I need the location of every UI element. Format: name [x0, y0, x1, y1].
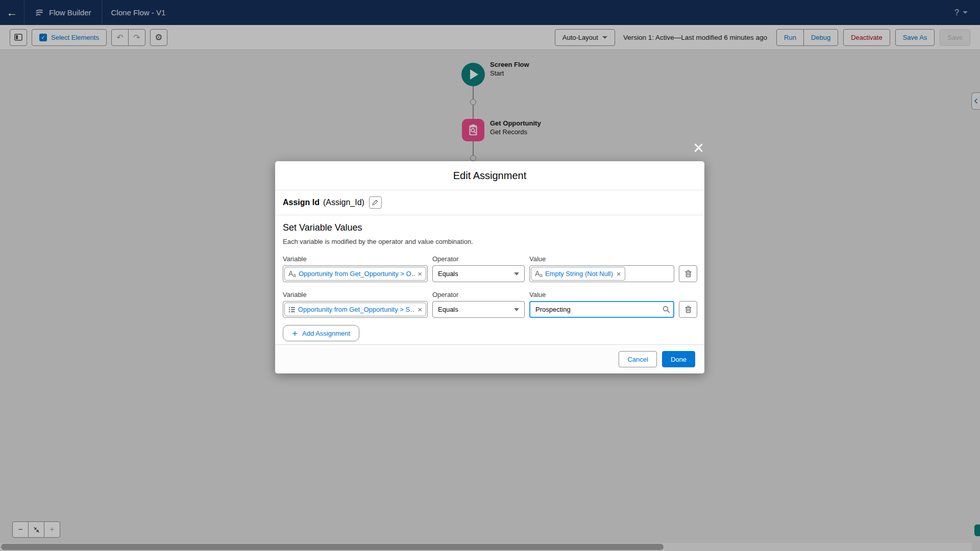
variable-pill[interactable]: Aa Opportunity from Get_Opportunity > O……: [284, 267, 426, 281]
section-heading: Set Variable Values: [283, 222, 697, 233]
variable-pill[interactable]: Opportunity from Get_Opportunity > S… ×: [284, 303, 426, 316]
cancel-button[interactable]: Cancel: [619, 351, 656, 367]
operator-value: Equals: [438, 270, 458, 278]
add-assignment-label: Add Assignment: [302, 330, 350, 337]
variable-label: Variable: [283, 255, 428, 263]
value-label: Value: [529, 291, 674, 298]
value-label: Value: [529, 255, 674, 263]
edit-name-button[interactable]: [369, 196, 382, 209]
modal-body: Set Variable Values Each variable is mod…: [275, 222, 704, 341]
trash-icon: [685, 270, 692, 278]
close-icon: ×: [693, 137, 704, 158]
remove-pill-icon[interactable]: ×: [617, 270, 621, 278]
picklist-icon: [288, 306, 296, 313]
operator-label: Operator: [432, 291, 525, 298]
done-button[interactable]: Done: [662, 351, 695, 367]
modal-close-button[interactable]: ×: [693, 139, 704, 157]
assignment-row: Variable Aa Opportunity from Get_Opportu…: [283, 255, 697, 282]
variable-field[interactable]: Opportunity from Get_Opportunity > S… ×: [283, 301, 428, 318]
modal-footer: Cancel Done: [275, 344, 704, 373]
value-pill[interactable]: Aa Empty String (Not Null) ×: [531, 267, 625, 281]
variable-pill-text: Opportunity from Get_Opportunity > O…: [299, 270, 415, 278]
operator-select[interactable]: Equals: [432, 301, 525, 318]
value-field[interactable]: Aa Empty String (Not Null) ×: [529, 265, 674, 282]
variable-label: Variable: [283, 291, 428, 298]
value-pill-text: Empty String (Not Null): [545, 270, 613, 278]
trash-icon: [685, 306, 692, 313]
assignment-row: Variable Opportunity from Get_Opportunit…: [283, 291, 697, 318]
text-type-icon: Aa: [288, 270, 296, 278]
delete-assignment-button[interactable]: [679, 265, 697, 282]
text-type-icon: Aa: [535, 270, 543, 278]
remove-pill-icon[interactable]: ×: [418, 306, 422, 313]
modal-title: Edit Assignment: [275, 161, 704, 190]
operator-label: Operator: [432, 255, 525, 263]
section-description: Each variable is modified by the operato…: [283, 238, 697, 245]
search-icon: [663, 306, 670, 313]
flow-builder-app: ← Flow Builder Clone Flow - V1 ?: [0, 0, 980, 551]
delete-assignment-button[interactable]: [679, 301, 697, 318]
plus-icon: +: [292, 329, 298, 338]
add-assignment-button[interactable]: + Add Assignment: [283, 325, 359, 341]
chevron-down-icon: [514, 308, 519, 311]
assignment-api-name: (Assign_Id): [323, 198, 364, 207]
variable-pill-text: Opportunity from Get_Opportunity > S…: [298, 306, 415, 313]
operator-select[interactable]: Equals: [432, 265, 525, 282]
edit-assignment-modal: Edit Assignment Assign Id (Assign_Id) Se…: [275, 161, 704, 373]
chevron-down-icon: [514, 272, 519, 276]
pencil-icon: [372, 199, 378, 206]
assignment-name-row: Assign Id (Assign_Id): [275, 190, 704, 215]
assignment-name: Assign Id: [283, 198, 320, 207]
variable-field[interactable]: Aa Opportunity from Get_Opportunity > O……: [283, 265, 428, 282]
remove-pill-icon[interactable]: ×: [418, 270, 422, 278]
value-search-input[interactable]: [529, 301, 674, 318]
operator-value: Equals: [438, 306, 458, 313]
